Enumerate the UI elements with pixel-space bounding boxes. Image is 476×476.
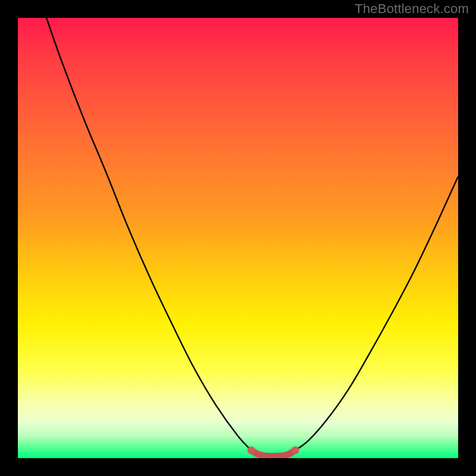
curve-left-branch	[46, 18, 251, 450]
plot-area	[18, 18, 458, 458]
curve-right-branch	[295, 176, 458, 450]
chart-svg	[18, 18, 458, 458]
watermark-text: TheBottleneck.com	[355, 1, 469, 17]
marker-endpoint-left	[248, 446, 255, 454]
minimum-marker	[251, 450, 295, 456]
marker-endpoint-right	[292, 446, 299, 454]
chart-frame: TheBottleneck.com	[0, 0, 476, 476]
